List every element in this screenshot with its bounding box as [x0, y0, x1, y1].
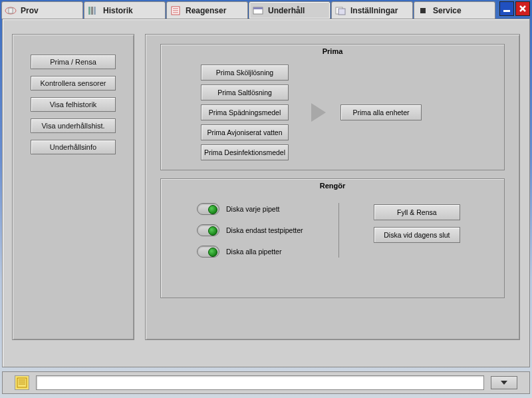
toggle-label: Diska varje pipett	[226, 205, 280, 213]
button-label: Prima Spädningsmedel	[209, 108, 281, 116]
tab-service[interactable]: Service	[414, 1, 495, 19]
prima-saltlosning-button[interactable]: Prima Saltlösning	[201, 85, 289, 100]
sidebar-underhallsinfo[interactable]: Underhållsinfo	[31, 140, 116, 154]
button-label: Fyll & Rensa	[397, 208, 437, 216]
tab-installningar[interactable]: Inställningar	[331, 1, 413, 19]
tab-historik[interactable]: Historik	[84, 1, 166, 19]
prima-skoljlosning-button[interactable]: Prima Sköljlösning	[201, 65, 289, 81]
sidebar-item-label: Prima / Rensa	[50, 58, 96, 66]
svg-rect-14	[503, 10, 510, 12]
status-note-icon	[15, 375, 29, 390]
prima-spadningsmedel-button[interactable]: Prima Spädningsmedel	[201, 104, 289, 120]
toggle-icon	[197, 224, 219, 236]
toggle-diska-endast-testpipetter[interactable]: Diska endast testpipetter	[197, 224, 338, 236]
prima-group-title: Prima	[161, 47, 504, 55]
status-bar	[2, 371, 530, 394]
prov-icon	[5, 5, 17, 16]
svg-rect-1	[9, 8, 13, 13]
tab-bar: Prov Historik Reagenser Underhåll Instäl…	[0, 0, 532, 20]
tab-label: Inställningar	[350, 6, 398, 15]
reagenser-icon	[170, 5, 182, 16]
toggle-label: Diska endast testpipetter	[226, 226, 303, 234]
play-arrow-icon	[311, 103, 326, 122]
svg-rect-10	[253, 7, 263, 9]
main-panel: Prima / Rensa Kontrollera sensorer Visa …	[2, 19, 530, 367]
sidebar-visa-underhallshist[interactable]: Visa underhållshist.	[31, 118, 116, 133]
button-label: Prima alla enheter	[352, 108, 409, 116]
sidebar-visa-felhistorik[interactable]: Visa felhistorik	[31, 97, 116, 112]
svg-rect-12	[338, 9, 345, 15]
service-icon	[417, 5, 429, 16]
sidebar-item-label: Kontrollera sensorer	[40, 79, 106, 87]
tab-underhall[interactable]: Underhåll	[249, 1, 331, 19]
button-label: Prima Avjoniserat vatten	[207, 128, 282, 136]
toggle-diska-alla-pipetter[interactable]: Diska alla pipetter	[197, 246, 338, 258]
svg-rect-13	[420, 8, 426, 13]
diska-vid-dagens-slut-button[interactable]: Diska vid dagens slut	[374, 227, 460, 243]
rengor-group: Rengör Diska varje pipett Diska endast t…	[160, 178, 505, 298]
historik-icon	[87, 5, 99, 16]
tab-label: Prov	[21, 6, 39, 15]
button-label: Prima Saltlösning	[217, 89, 272, 97]
installningar-icon	[334, 5, 346, 16]
status-dropdown-button[interactable]	[491, 376, 517, 389]
button-label: Prima Desinfektionsmedel	[204, 148, 285, 156]
tab-reagenser[interactable]: Reagenser	[166, 1, 248, 19]
close-button[interactable]	[515, 1, 530, 16]
sidebar-item-label: Visa underhållshist.	[41, 122, 104, 130]
toggle-icon	[197, 246, 219, 258]
tab-prov[interactable]: Prov	[1, 1, 83, 19]
chevron-down-icon	[501, 381, 507, 385]
tab-label: Reagenser	[186, 6, 226, 15]
content-panel: Prima Prima Sköljlösning Prima Saltlösni…	[145, 34, 520, 340]
sidebar-item-label: Underhållsinfo	[50, 143, 96, 151]
fyll-rensa-button[interactable]: Fyll & Rensa	[374, 204, 460, 220]
prima-desinfektionsmedel-button[interactable]: Prima Desinfektionsmedel	[201, 144, 289, 160]
svg-rect-2	[88, 7, 90, 15]
tab-label: Historik	[103, 6, 133, 15]
toggle-label: Diska alla pipetter	[226, 248, 281, 256]
sidebar-item-label: Visa felhistorik	[50, 100, 97, 108]
toggle-icon	[197, 203, 219, 215]
button-label: Prima Sköljlösning	[216, 69, 273, 77]
tab-label: Service	[433, 6, 462, 15]
sidebar-prima-rensa[interactable]: Prima / Rensa	[31, 55, 116, 69]
rengor-group-title: Rengör	[161, 182, 504, 190]
prima-alla-enheter-button[interactable]: Prima alla enheter	[340, 104, 422, 120]
svg-rect-17	[17, 378, 27, 387]
toggle-diska-varje-pipett[interactable]: Diska varje pipett	[197, 203, 338, 215]
sidebar-panel: Prima / Rensa Kontrollera sensorer Visa …	[12, 34, 134, 340]
prima-group: Prima Prima Sköljlösning Prima Saltlösni…	[160, 44, 505, 170]
svg-rect-4	[94, 7, 96, 15]
button-label: Diska vid dagens slut	[384, 231, 450, 239]
tab-label: Underhåll	[268, 6, 305, 15]
status-input[interactable]	[36, 375, 484, 390]
minimize-button[interactable]	[499, 1, 514, 16]
prima-avjoniserat-vatten-button[interactable]: Prima Avjoniserat vatten	[201, 124, 289, 140]
sidebar-kontrollera-sensorer[interactable]: Kontrollera sensorer	[31, 76, 116, 91]
svg-rect-3	[91, 7, 93, 15]
underhall-icon	[252, 5, 264, 16]
